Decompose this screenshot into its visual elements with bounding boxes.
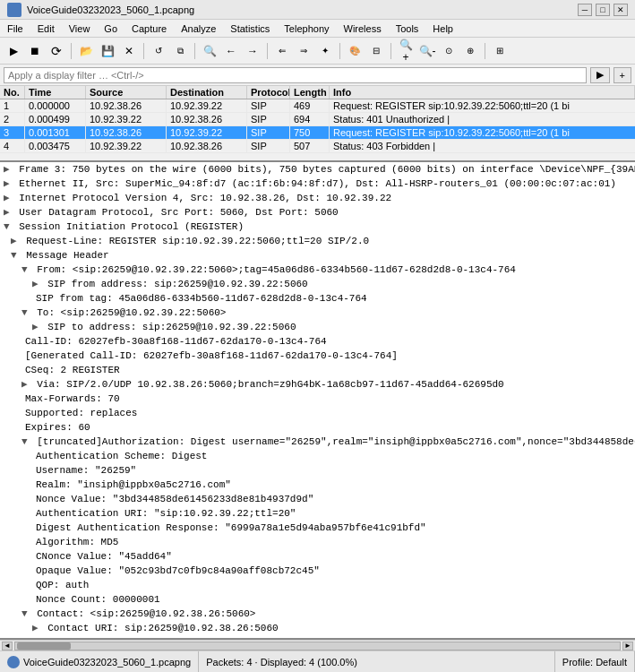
tb-zoom-in[interactable]: 🔍+ [396,41,416,61]
tb-restart[interactable]: ⟳ [47,41,66,61]
menu-capture[interactable]: Capture [124,22,174,36]
table-row[interactable]: 2 0.000499 10.92.39.22 10.92.38.26 SIP 6… [0,113,635,126]
detail-line[interactable]: ▶ Request-Line: REGISTER sip:10.92.39.22… [0,234,635,248]
filter-input[interactable] [4,67,587,83]
filter-apply-button[interactable]: ▶ [590,67,610,83]
detail-line[interactable]: ▶ Contact URI: sip:26259@10.92.38.26:506… [0,621,635,635]
tb-expand[interactable]: ⊕ [460,41,480,61]
tb-expand-all[interactable]: ⊞ [490,41,510,61]
window-controls: ─ □ ✕ [578,4,628,16]
menu-telephony[interactable]: Telephony [277,22,336,36]
filter-add-button[interactable]: + [614,67,631,83]
menu-view[interactable]: View [62,22,98,36]
menu-bar: File Edit View Go Capture Analyze Statis… [0,20,635,38]
detail-line[interactable]: Authentication URI: "sip:10.92.39.22;ttl… [0,506,635,521]
detail-text: User Datagram Protocol, Src Port: 5060, … [19,207,338,218]
detail-line[interactable]: Supported: replaces [0,406,635,420]
menu-analyze[interactable]: Analyze [174,22,223,36]
tb-back[interactable]: ← [221,41,241,61]
minimize-button[interactable]: ─ [578,4,592,16]
tb-reload[interactable]: ↺ [149,41,168,61]
menu-file[interactable]: File [0,22,30,36]
app-icon [7,3,21,17]
detail-line[interactable]: Digest Authentication Response: "6999a78… [0,521,635,535]
tb-zoom-normal[interactable]: ⊙ [439,41,459,61]
status-packets: Packets: 4 · Displayed: 4 (100.0%) [199,651,555,672]
close-button[interactable]: ✕ [614,4,628,16]
tb-find[interactable]: 🔍 [200,41,219,61]
menu-statistics[interactable]: Statistics [223,22,277,36]
detail-line[interactable]: Opaque Value: "052c93bd7c0fb9c84a90aff08… [0,564,635,578]
scroll-left-button[interactable]: ◄ [2,642,13,650]
detail-line[interactable]: ▶ Via: SIP/2.0/UDP 10.92.38.26:5060;bran… [0,377,635,392]
detail-line[interactable]: ▼ Contact: <sip:26259@10.92.38.26:5060> [0,607,635,621]
detail-line[interactable]: CNonce Value: "45add64" [0,549,635,564]
tb-zoom-out[interactable]: 🔍- [417,41,437,61]
menu-tools[interactable]: Tools [389,22,426,36]
tb-jump-fwd[interactable]: ⇒ [294,41,313,61]
expand-icon: ▶ [32,623,44,633]
detail-line[interactable]: [Generated Call-ID: 62027efb-30a8f168-11… [0,349,635,363]
detail-line[interactable]: ▼ To: <sip:26259@10.92.39.22:5060> [0,306,635,320]
tb-colorize[interactable]: 🎨 [345,41,365,61]
tb-copy[interactable]: ⧉ [170,41,190,61]
table-row[interactable]: 3 0.001301 10.92.38.26 10.92.39.22 SIP 7… [0,126,635,140]
cell-proto: SIP [247,113,290,125]
detail-line[interactable]: Call-ID: 62027efb-30a8f168-11d67-62da170… [0,334,635,349]
expand-icon: ▶ [11,236,22,246]
detail-line[interactable]: ▶ SIP to address: sip:26259@10.92.39.22:… [0,320,635,334]
detail-line[interactable]: Realm: "insiph@ippbx0a5c2716.com" [0,478,635,492]
cell-src: 10.92.38.26 [86,99,167,112]
scrollbar-track[interactable] [14,642,621,650]
detail-line[interactable]: Nonce Value: "3bd344858de61456233d8e81b4… [0,492,635,506]
detail-line[interactable]: ▶ SIP from address: sip:26259@10.92.39.2… [0,277,635,291]
tb-open[interactable]: 📂 [76,41,96,61]
table-row[interactable]: 1 0.000000 10.92.38.26 10.92.39.22 SIP 4… [0,99,635,113]
detail-line[interactable]: CSeq: 2 REGISTER [0,363,635,377]
tb-close[interactable]: ✕ [119,41,139,61]
cell-no: 1 [0,99,25,112]
detail-line[interactable]: Authentication Scheme: Digest [0,449,635,463]
menu-help[interactable]: Help [425,22,460,36]
detail-line[interactable]: ▶ Ethernet II, Src: SuperMic_94:8f:d7 (a… [0,177,635,191]
detail-line[interactable]: Expires: 60 [0,420,635,435]
detail-text: Session Initiation Protocol (REGISTER) [19,221,244,232]
horizontal-scrollbar[interactable]: ◄ ► [0,640,635,650]
packet-rows: 1 0.000000 10.92.38.26 10.92.39.22 SIP 4… [0,99,635,157]
detail-text: Authentication Scheme: Digest [36,451,207,461]
tb-resize-col[interactable]: ⊟ [366,41,386,61]
detail-line[interactable]: ▶ User Datagram Protocol, Src Port: 5060… [0,205,635,220]
detail-line[interactable]: ▼ [truncated]Authorization: Digest usern… [0,435,635,449]
detail-line[interactable]: ▶ Internet Protocol Version 4, Src: 10.9… [0,191,635,205]
detail-line[interactable]: ▼ Session Initiation Protocol (REGISTER) [0,220,635,234]
detail-line[interactable]: Max-Forwards: 70 [0,392,635,406]
tb-stop[interactable]: ⏹ [25,41,45,61]
tb-save[interactable]: 💾 [98,41,117,61]
cell-dst: 10.92.39.22 [167,99,247,112]
detail-line[interactable]: Algorithm: MD5 [0,535,635,549]
tb-start[interactable]: ▶ [4,41,23,61]
detail-line[interactable]: Nonce Count: 00000001 [0,592,635,607]
status-ready: VoiceGuide03232023_5060_1.pcapng [0,651,199,672]
maximize-button[interactable]: □ [596,4,610,16]
expand-icon: ▼ [11,250,22,261]
cell-info: Status: 401 Unauthorized | [330,113,635,125]
menu-wireless[interactable]: Wireless [337,22,389,36]
detail-line[interactable]: Username: "26259" [0,463,635,478]
detail-line[interactable]: SIP from tag: 45a06d86-6334b560-11d67-62… [0,291,635,306]
tb-mark[interactable]: ✦ [315,41,335,61]
detail-line[interactable]: ▶ Frame 3: 750 bytes on the wire (6000 b… [0,162,635,177]
tb-forward[interactable]: → [243,41,262,61]
detail-line[interactable]: ▼ Message Header [0,248,635,263]
tb-jump-back[interactable]: ⇐ [272,41,292,61]
detail-text: CSeq: 2 REGISTER [25,365,120,375]
menu-go[interactable]: Go [97,22,124,36]
detail-text: Internet Protocol Version 4, Src: 10.92.… [19,193,391,203]
scrollbar-thumb[interactable] [17,642,71,650]
scroll-right-button[interactable]: ► [622,642,633,650]
detail-line[interactable]: ▼ From: <sip:26259@10.92.39.22:5060>;tag… [0,263,635,277]
table-row[interactable]: 4 0.003475 10.92.39.22 10.92.38.26 SIP 5… [0,140,635,153]
menu-edit[interactable]: Edit [30,22,62,36]
detail-text: Authentication URI: "sip:10.92.39.22;ttl… [36,508,296,519]
detail-line[interactable]: QOP: auth [0,578,635,592]
